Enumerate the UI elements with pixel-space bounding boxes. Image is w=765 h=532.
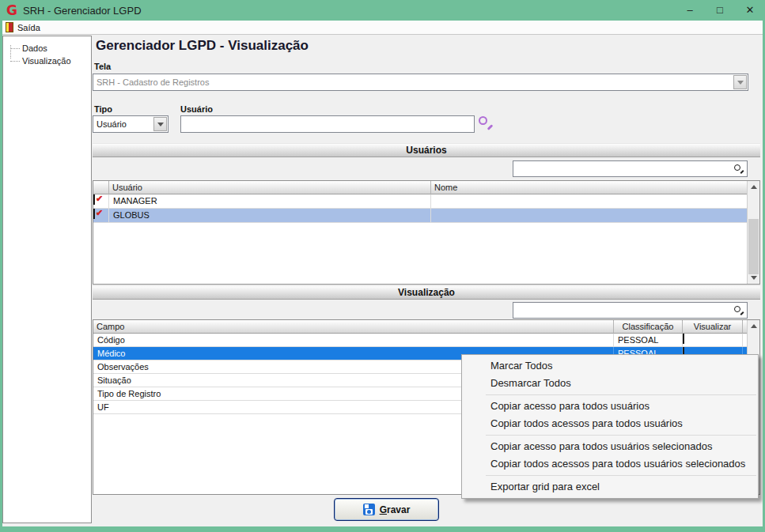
window-title: SRH - Gerenciador LGPD	[23, 5, 142, 17]
page-title: Gerenciador LGPD - Visualização	[96, 38, 309, 54]
context-menu: Marcar Todos Desmarcar Todos Copiar aces…	[461, 354, 759, 499]
save-floppy-icon	[363, 504, 375, 515]
users-grid-scrollbar[interactable]	[747, 181, 759, 284]
users-grid-header-usuario[interactable]: Usuário	[109, 181, 431, 194]
table-row-manager[interactable]: ✔ MANAGER	[93, 194, 748, 209]
menu-separator	[486, 394, 756, 395]
search-icon	[734, 164, 744, 175]
title-bar[interactable]: G SRH - Gerenciador LGPD – □ ✕	[0, 0, 765, 21]
maximize-button[interactable]: □	[705, 0, 735, 21]
navigation-tree: Dados Visualização	[2, 36, 92, 523]
search-icon[interactable]	[479, 116, 494, 132]
arrow-down-icon	[751, 276, 757, 280]
users-grid: Usuário Nome ✔ MANAGER ✔ GLOBUS	[93, 180, 760, 285]
form-body: Dados Visualização Gerenciador LGPD - Vi…	[2, 35, 763, 526]
window-controls: – □ ✕	[675, 0, 765, 21]
fields-grid-header-classificacao[interactable]: Classificação	[614, 320, 683, 334]
cell-usuario: GLOBUS	[109, 209, 431, 222]
minimize-button[interactable]: –	[675, 0, 705, 21]
users-section-header: Usuários	[93, 143, 760, 157]
tela-label: Tela	[94, 62, 111, 71]
users-grid-header-nome[interactable]: Nome	[431, 181, 748, 194]
chevron-down-icon	[157, 123, 164, 126]
search-icon	[734, 306, 744, 316]
fields-grid-header-campo[interactable]: Campo	[93, 320, 614, 334]
users-grid-indicator-header	[93, 181, 109, 194]
cell-nome	[431, 194, 748, 208]
menu-item-copiar-todos-acessos-selecionados[interactable]: Copiar todos acessos para todos usuários…	[462, 455, 758, 473]
scrollbar-thumb[interactable]	[748, 219, 759, 274]
menu-item-copiar-acesso-todos[interactable]: Copiar acesso para todos usuários	[462, 398, 758, 415]
fields-grid-header-visualizar[interactable]: Visualizar	[683, 320, 743, 334]
tipo-combobox[interactable]: Usuário	[93, 115, 169, 133]
scroll-down-button[interactable]	[748, 272, 759, 284]
menu-bar: Saída	[2, 21, 763, 35]
cell-nome	[431, 209, 748, 222]
menu-item-marcar-todos[interactable]: Marcar Todos	[462, 357, 758, 375]
scroll-up-button[interactable]	[748, 320, 759, 332]
close-button[interactable]: ✕	[735, 0, 765, 21]
checkbox[interactable]	[683, 334, 684, 344]
checkbox[interactable]: ✔	[93, 209, 95, 219]
users-filter-input[interactable]	[513, 160, 748, 177]
arrow-up-icon	[751, 185, 757, 189]
table-row-codigo[interactable]: Código PESSOAL	[93, 334, 748, 347]
menu-separator	[486, 435, 756, 436]
menu-item-copiar-todos-acessos-todos[interactable]: Copiar todos acessos para todos usuários	[462, 415, 758, 432]
menu-item-exportar-grid-excel[interactable]: Exportar grid para excel	[462, 478, 758, 496]
tipo-dropdown-button[interactable]	[153, 117, 167, 131]
cell-usuario: MANAGER	[109, 194, 431, 208]
table-row-globus[interactable]: ✔ GLOBUS	[93, 209, 748, 223]
check-icon: ✔	[94, 194, 104, 205]
save-button[interactable]: Gravar	[334, 498, 439, 521]
menu-saida-label: Saída	[17, 23, 40, 32]
checkbox[interactable]: ✔	[93, 194, 95, 205]
save-button-label: G	[380, 504, 387, 515]
cell-campo: Código	[93, 334, 614, 346]
tipo-label: Tipo	[94, 104, 112, 114]
cell-classificacao: PESSOAL	[614, 334, 683, 346]
menu-separator	[486, 475, 756, 476]
usuario-input[interactable]	[180, 115, 475, 133]
menu-saida[interactable]: Saída	[2, 21, 45, 34]
tela-combobox[interactable]: SRH - Cadastro de Registros	[93, 74, 748, 91]
tela-dropdown-button[interactable]	[733, 75, 747, 89]
tree-item-visualizacao[interactable]: Visualização	[3, 55, 91, 67]
tipo-value: Usuário	[97, 119, 127, 129]
fields-filter-input[interactable]	[513, 302, 748, 319]
chevron-down-icon	[737, 81, 744, 85]
app-window: G SRH - Gerenciador LGPD – □ ✕ Saída Dad…	[0, 0, 765, 532]
tela-value: SRH - Cadastro de Registros	[97, 77, 209, 87]
exit-door-icon	[6, 22, 13, 32]
fields-section-header: Visualização	[93, 285, 760, 300]
scroll-up-button[interactable]	[748, 181, 759, 193]
menu-item-copiar-acesso-selecionados[interactable]: Copiar acesso para todos usuários seleci…	[462, 438, 758, 455]
menu-item-desmarcar-todos[interactable]: Desmarcar Todos	[462, 375, 758, 392]
arrow-up-icon	[751, 324, 757, 328]
usuario-label: Usuário	[180, 104, 213, 114]
app-logo-icon: G	[6, 4, 17, 17]
check-icon: ✔	[94, 209, 104, 219]
tree-item-dados[interactable]: Dados	[3, 42, 91, 55]
